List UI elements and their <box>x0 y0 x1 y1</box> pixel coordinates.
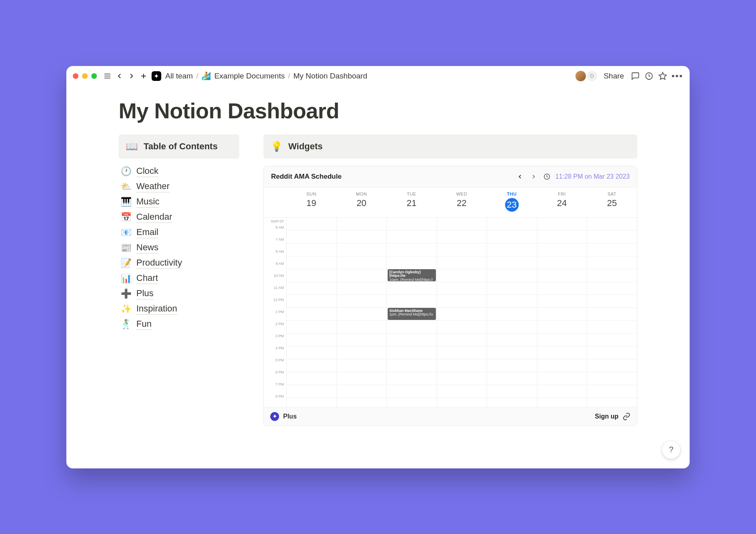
toc-emoji: ➕ <box>120 289 131 299</box>
menu-icon[interactable] <box>103 72 111 80</box>
calendar-widget: Reddit AMA Schedule <box>263 166 637 426</box>
hour-label: 11 AM <box>264 286 284 298</box>
cal-prev-icon[interactable] <box>515 172 525 181</box>
toc-label: Email <box>136 227 158 238</box>
toc-item-news[interactable]: 📰News <box>120 242 239 254</box>
toc-emoji: ✨ <box>120 304 131 314</box>
crumb-team[interactable]: All team <box>165 72 193 80</box>
right-column: 💡 Widgets Reddit AMA Schedule <box>263 134 637 426</box>
updates-icon[interactable] <box>644 72 654 80</box>
day-header[interactable]: SAT25 <box>587 188 637 217</box>
hour-label: 2 PM <box>264 322 284 334</box>
toc-label: Inspiration <box>136 303 177 315</box>
grid-day-col[interactable] <box>337 218 387 407</box>
calendar-grid: GMT-07 6 AM7 AM8 AM9 AM10 AM11 AM12 PM1 … <box>264 218 637 407</box>
calendar-timestamp: 11:28 PM on Mar 23 2023 <box>555 173 630 180</box>
toc-label: Chart <box>136 273 158 284</box>
widgets-header-label: Widgets <box>288 141 323 152</box>
left-column: 📖 Table of Contents 🕐Clock⛅Weather🎹Music… <box>119 134 239 426</box>
day-weekday: MON <box>337 192 387 196</box>
avatar-badge[interactable]: D <box>587 71 597 81</box>
signup-button[interactable]: Sign up <box>595 413 618 420</box>
hour-label: 8 AM <box>264 249 284 262</box>
grid-day-col[interactable] <box>437 218 487 407</box>
topbar: ✦ All team / 🏄 Example Documents / My No… <box>66 66 690 86</box>
day-header[interactable]: FRI24 <box>537 188 587 217</box>
grid-day-col[interactable]: [Carolyn Oglesby](https://w10am, [Remind… <box>386 218 437 407</box>
grid-day-col[interactable] <box>487 218 537 407</box>
hour-label: 7 AM <box>264 237 284 249</box>
day-weekday: SAT <box>587 192 637 196</box>
help-button[interactable]: ? <box>662 441 680 459</box>
toc-emoji: 📧 <box>120 227 131 238</box>
toc-item-chart[interactable]: 📊Chart <box>120 273 239 284</box>
cal-next-icon[interactable] <box>529 172 538 181</box>
toc-label: Calendar <box>136 212 172 223</box>
toc-item-calendar[interactable]: 📅Calendar <box>120 212 239 223</box>
close-window[interactable] <box>73 73 78 79</box>
toc-label: Fun <box>136 319 152 330</box>
toc-label: Weather <box>136 181 170 192</box>
link-icon[interactable] <box>622 412 631 421</box>
hour-label: 3 PM <box>264 334 284 346</box>
toc-label: Plus <box>136 288 154 299</box>
hour-label: 12 PM <box>264 298 284 310</box>
widgets-header: 💡 Widgets <box>263 134 637 159</box>
day-header[interactable]: WED22 <box>437 188 487 217</box>
maximize-window[interactable] <box>91 73 97 79</box>
day-header[interactable]: TUE21 <box>386 188 437 217</box>
calendar-event[interactable]: Siobhan MacShane1pm, [Remind Me](https:/… <box>388 308 436 320</box>
toc-emoji: 📊 <box>120 273 131 284</box>
day-number: 20 <box>337 198 387 208</box>
day-header[interactable]: THU23 <box>487 188 537 217</box>
more-icon[interactable]: ••• <box>672 71 683 81</box>
day-number: 21 <box>386 198 437 208</box>
calendar-event[interactable]: [Carolyn Oglesby](https://w10am, [Remind… <box>388 269 436 281</box>
crumb-folder[interactable]: Example Documents <box>214 72 285 80</box>
toc-item-productivity[interactable]: 📝Productivity <box>120 258 239 269</box>
nav-forward-icon[interactable] <box>127 72 136 80</box>
hour-label: 5 PM <box>264 358 284 370</box>
toc-item-music[interactable]: 🎹Music <box>120 196 239 208</box>
toc-item-fun[interactable]: 🕺Fun <box>120 319 239 330</box>
day-header[interactable]: SUN19 <box>286 188 337 217</box>
toc-item-email[interactable]: 📧Email <box>120 227 239 238</box>
calendar-title: Reddit AMA Schedule <box>271 173 341 181</box>
toc-item-inspiration[interactable]: ✨Inspiration <box>120 303 239 315</box>
breadcrumb: All team / 🏄 Example Documents / My Noti… <box>165 71 367 80</box>
crumb-sep: / <box>196 72 198 80</box>
grid-day-col[interactable] <box>587 218 637 407</box>
day-weekday: SUN <box>286 192 337 196</box>
toc-emoji: 🕺 <box>120 319 131 330</box>
app-window: ✦ All team / 🏄 Example Documents / My No… <box>66 66 690 468</box>
share-button[interactable]: Share <box>601 72 627 80</box>
nav-back-icon[interactable] <box>115 72 123 80</box>
grid-day-col[interactable] <box>286 218 337 407</box>
grid-day-col[interactable] <box>537 218 587 407</box>
toc-header-label: Table of Contents <box>144 141 218 152</box>
minimize-window[interactable] <box>82 73 88 79</box>
crumb-page[interactable]: My Notion Dashboard <box>294 72 368 80</box>
toc-item-plus[interactable]: ➕Plus <box>120 288 239 299</box>
calendar-footer: ✦ Plus Sign up <box>264 407 637 426</box>
grid-body[interactable]: [Carolyn Oglesby](https://w10am, [Remind… <box>286 218 637 407</box>
toc-label: Music <box>136 196 159 208</box>
toc-item-weather[interactable]: ⛅Weather <box>120 181 239 192</box>
crumb-sep: / <box>288 72 290 80</box>
plus-app-icon[interactable]: ✦ <box>152 71 161 81</box>
day-weekday: THU <box>487 192 537 196</box>
toc-header: 📖 Table of Contents <box>119 134 239 159</box>
page-title: My Notion Dashboard <box>119 98 637 123</box>
new-page-icon[interactable] <box>140 72 148 80</box>
hour-label: 7 PM <box>264 382 284 394</box>
toc-item-clock[interactable]: 🕐Clock <box>120 166 239 177</box>
comments-icon[interactable] <box>631 72 640 80</box>
avatar[interactable] <box>575 71 586 81</box>
day-number: 22 <box>437 198 487 208</box>
timezone-label: GMT-07 <box>264 218 284 225</box>
toc-emoji: 📰 <box>120 243 131 253</box>
day-header[interactable]: MON20 <box>337 188 387 217</box>
toc-emoji: 🕐 <box>120 166 131 177</box>
day-weekday: TUE <box>386 192 437 196</box>
favorite-icon[interactable] <box>658 72 668 80</box>
